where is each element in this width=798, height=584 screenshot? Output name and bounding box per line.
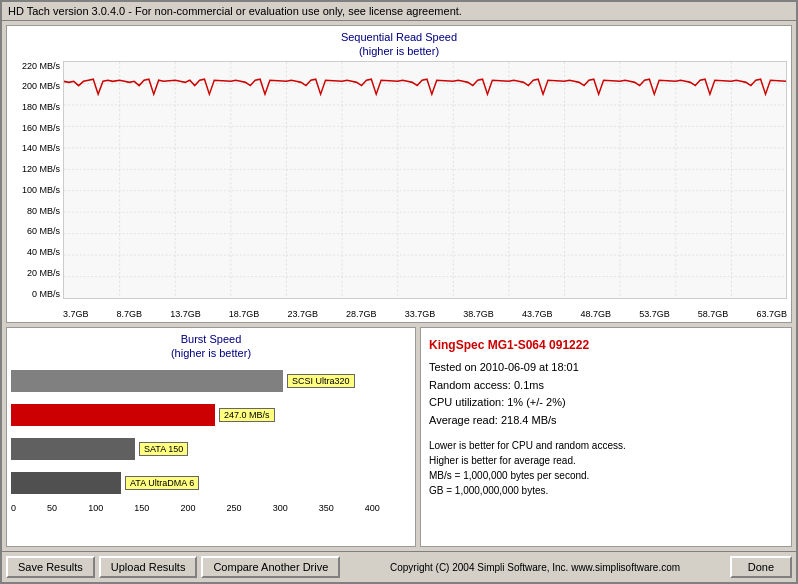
x-axis-label: 58.7GB <box>698 309 729 319</box>
burst-bars-area: SCSI Ultra320247.0 MB/sSATA 150ATA Ultra… <box>11 367 411 497</box>
x-axis-label: 63.7GB <box>756 309 787 319</box>
sequential-read-svg <box>64 62 786 298</box>
upload-results-button[interactable]: Upload Results <box>99 556 198 578</box>
y-axis-label: 0 MB/s <box>32 289 60 299</box>
note-line: GB = 1,000,000,000 bytes. <box>429 483 783 498</box>
x-axis-label: 48.7GB <box>581 309 612 319</box>
y-axis-label: 120 MB/s <box>22 164 60 174</box>
burst-x-label: 300 <box>273 503 319 513</box>
x-axis-label: 38.7GB <box>463 309 494 319</box>
stat-line: Random access: 0.1ms <box>429 377 783 395</box>
done-button[interactable]: Done <box>730 556 792 578</box>
y-axis-label: 80 MB/s <box>27 206 60 216</box>
burst-x-label: 150 <box>134 503 180 513</box>
burst-bar-row: 247.0 MB/s <box>11 401 411 429</box>
burst-chart-panel: Burst Speed (higher is better) SCSI Ultr… <box>6 327 416 547</box>
x-axis-label: 13.7GB <box>170 309 201 319</box>
y-axis-label: 200 MB/s <box>22 81 60 91</box>
drive-stats: Tested on 2010-06-09 at 18:01Random acce… <box>429 359 783 429</box>
save-results-button[interactable]: Save Results <box>6 556 95 578</box>
y-axis-label: 40 MB/s <box>27 247 60 257</box>
x-axis-label: 53.7GB <box>639 309 670 319</box>
chart-plot-area <box>63 61 787 299</box>
bottom-toolbar: Save Results Upload Results Compare Anot… <box>2 551 796 582</box>
burst-x-label: 50 <box>47 503 88 513</box>
note-line: Lower is better for CPU and random acces… <box>429 438 783 453</box>
info-panel: KingSpec MG1-S064 091222 Tested on 2010-… <box>420 327 792 547</box>
burst-x-label: 200 <box>180 503 226 513</box>
y-axis-label: 160 MB/s <box>22 123 60 133</box>
y-axis-label: 20 MB/s <box>27 268 60 278</box>
y-axis-label: 140 MB/s <box>22 143 60 153</box>
burst-bar-fill <box>11 438 135 460</box>
burst-x-label: 400 <box>365 503 411 513</box>
stat-line: CPU utilization: 1% (+/- 2%) <box>429 394 783 412</box>
x-axis-label: 23.7GB <box>287 309 318 319</box>
app-window: HD Tach version 3.0.4.0 - For non-commer… <box>0 0 798 584</box>
burst-bar-fill <box>11 370 283 392</box>
drive-name: KingSpec MG1-S064 091222 <box>429 336 783 355</box>
x-axis-label: 43.7GB <box>522 309 553 319</box>
burst-bar-row: ATA UltraDMA 6 <box>11 469 411 497</box>
burst-chart-title: Burst Speed (higher is better) <box>11 332 411 361</box>
sequential-chart: 3.7GB8.7GB13.7GB18.7GB23.7GB28.7GB33.7GB… <box>11 61 787 319</box>
note-line: MB/s = 1,000,000 bytes per second. <box>429 468 783 483</box>
y-axis-label: 60 MB/s <box>27 226 60 236</box>
burst-bar-tag: SATA 150 <box>139 442 188 456</box>
sequential-chart-panel: Sequential Read Speed (higher is better) <box>6 25 792 323</box>
burst-bar-row: SATA 150 <box>11 435 411 463</box>
burst-x-label: 0 <box>11 503 47 513</box>
drive-notes: Lower is better for CPU and random acces… <box>429 438 783 498</box>
title-bar: HD Tach version 3.0.4.0 - For non-commer… <box>2 2 796 21</box>
sequential-chart-title: Sequential Read Speed (higher is better) <box>11 30 787 59</box>
y-axis-label: 220 MB/s <box>22 61 60 71</box>
burst-bar-tag: ATA UltraDMA 6 <box>125 476 199 490</box>
x-axis: 3.7GB8.7GB13.7GB18.7GB23.7GB28.7GB33.7GB… <box>63 307 787 319</box>
burst-bar-fill <box>11 404 215 426</box>
bottom-section: Burst Speed (higher is better) SCSI Ultr… <box>6 327 792 547</box>
compare-another-drive-button[interactable]: Compare Another Drive <box>201 556 340 578</box>
main-content: Sequential Read Speed (higher is better) <box>2 21 796 551</box>
stat-line: Average read: 218.4 MB/s <box>429 412 783 430</box>
burst-bar-tag: 247.0 MB/s <box>219 408 275 422</box>
burst-bar-row: SCSI Ultra320 <box>11 367 411 395</box>
copyright-text: Copyright (C) 2004 Simpli Software, Inc.… <box>344 562 725 573</box>
burst-x-axis: 050100150200250300350400 <box>11 503 411 513</box>
title-text: HD Tach version 3.0.4.0 - For non-commer… <box>8 5 462 17</box>
x-axis-label: 8.7GB <box>117 309 143 319</box>
x-axis-label: 33.7GB <box>405 309 436 319</box>
x-axis-label: 28.7GB <box>346 309 377 319</box>
x-axis-label: 3.7GB <box>63 309 89 319</box>
y-axis-label: 100 MB/s <box>22 185 60 195</box>
y-axis-label: 180 MB/s <box>22 102 60 112</box>
stat-line: Tested on 2010-06-09 at 18:01 <box>429 359 783 377</box>
note-line: Higher is better for average read. <box>429 453 783 468</box>
burst-bar-tag: SCSI Ultra320 <box>287 374 355 388</box>
burst-bar-fill <box>11 472 121 494</box>
y-axis-labels: 220 MB/s200 MB/s180 MB/s160 MB/s140 MB/s… <box>11 61 63 299</box>
burst-x-label: 250 <box>227 503 273 513</box>
burst-x-label: 100 <box>88 503 134 513</box>
burst-x-label: 350 <box>319 503 365 513</box>
x-axis-label: 18.7GB <box>229 309 260 319</box>
